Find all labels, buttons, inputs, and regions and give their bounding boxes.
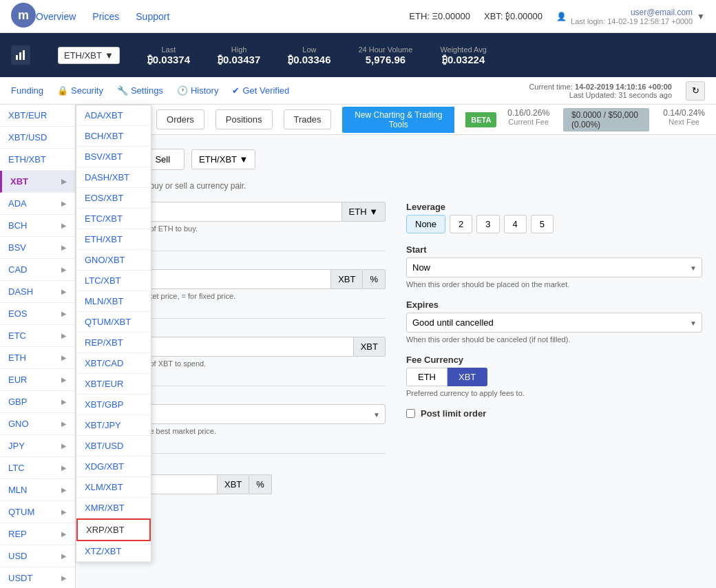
- submenu-xrp-xbt[interactable]: XRP/XBT: [76, 518, 151, 541]
- submenu-xbt-usd[interactable]: XBT/USD: [76, 436, 151, 456]
- fee-info: 0.16/0.26% Current Fee $0.0000 / $50,000…: [507, 108, 705, 132]
- trading-panel: New Order Orders Positions Trades New Ch…: [76, 105, 716, 588]
- submenu-eth-xbt[interactable]: ETH/XBT: [76, 229, 151, 250]
- sidebar-item-ltc[interactable]: LTC ▶: [0, 457, 75, 479]
- logo[interactable]: m: [11, 3, 36, 30]
- submenu-xbt-jpy[interactable]: XBT/JPY: [76, 415, 151, 436]
- chevron-right-icon: ▶: [61, 530, 67, 538]
- pair-selector[interactable]: ETH/XBT ▼: [58, 47, 120, 64]
- chevron-right-icon: ▶: [61, 552, 67, 560]
- submenu-xbt-gbp[interactable]: XBT/GBP: [76, 395, 151, 415]
- sidebar-item-xbt[interactable]: XBT ▶: [0, 171, 75, 193]
- tab-orders[interactable]: Orders: [156, 109, 204, 129]
- submenu-xdg-xbt[interactable]: XDG/XBT: [76, 456, 151, 477]
- submenu-etc-xbt[interactable]: ETC/XBT: [76, 209, 151, 229]
- sidebar-item-dash[interactable]: DASH ▶: [0, 281, 75, 303]
- total-xbt-label: XBT: [354, 337, 386, 357]
- form-main-row: ETH ▼ Enter the amount of ETH to buy. XB…: [90, 202, 702, 461]
- sidebar-item-eos[interactable]: EOS ▶: [0, 303, 75, 325]
- sidebar-item-bch[interactable]: BCH ▶: [0, 215, 75, 237]
- sidebar-item-qtum[interactable]: QTUM ▶: [0, 501, 75, 523]
- sidebar-item-gno[interactable]: GNO ▶: [0, 413, 75, 435]
- stat-low-value: ₿0.03346: [288, 54, 330, 65]
- sidebar-item-eur[interactable]: EUR ▶: [0, 369, 75, 391]
- stat-wavg-label: Weighted Avg: [440, 45, 486, 54]
- sidebar-item-etc[interactable]: ETC ▶: [0, 325, 75, 347]
- nav-prices[interactable]: Prices: [92, 11, 119, 22]
- leverage-none[interactable]: None: [406, 215, 445, 233]
- new-charting-button[interactable]: New Charting & Trading Tools: [342, 107, 454, 133]
- stat-last-value: ₿0.03374: [147, 54, 190, 65]
- sidebar-item-bsv[interactable]: BSV ▶: [0, 237, 75, 259]
- leverage-group: Leverage None 2 3 4 5: [406, 202, 702, 233]
- submenu-bsv-xbt[interactable]: BSV/XBT: [76, 147, 151, 167]
- leverage-label: Leverage: [406, 202, 702, 212]
- nav-history[interactable]: 🕐 History: [177, 85, 218, 96]
- sidebar-item-rep[interactable]: REP ▶: [0, 523, 75, 545]
- post-limit-checkbox[interactable]: [406, 409, 415, 418]
- leverage-5[interactable]: 5: [531, 215, 554, 233]
- sidebar-item-gbp[interactable]: GBP ▶: [0, 391, 75, 413]
- sidebar-item-xbt-usd[interactable]: XBT/USD: [0, 127, 75, 149]
- submenu-ltc-xbt[interactable]: LTC/XBT: [76, 271, 151, 291]
- stat-high-value: ₿0.03437: [218, 54, 260, 65]
- refresh-button[interactable]: ↻: [686, 81, 705, 101]
- user-menu[interactable]: 👤 user@email.com Last login: 14-02-19 12…: [556, 8, 705, 25]
- expires-label: Expires: [406, 300, 702, 310]
- sidebar-item-ada[interactable]: ADA ▶: [0, 193, 75, 215]
- sidebar-item-mln[interactable]: MLN ▶: [0, 479, 75, 501]
- submenu-xlm-xbt[interactable]: XLM/XBT: [76, 477, 151, 498]
- fee-xbt-button[interactable]: XBT: [448, 368, 487, 386]
- submenu-gno-xbt[interactable]: GNO/XBT: [76, 250, 151, 271]
- submenu-xbt-cad[interactable]: XBT/CAD: [76, 353, 151, 374]
- amount-currency-selector[interactable]: ETH ▼: [342, 202, 386, 222]
- start-select[interactable]: Now Scheduled: [406, 258, 702, 277]
- wrench-icon: 🔧: [117, 85, 128, 96]
- submenu-xmr-xbt[interactable]: XMR/XBT: [76, 498, 151, 518]
- submit-xbt-label: XBT: [218, 474, 249, 494]
- order-pair-selector[interactable]: ETH/XBT ▼: [191, 149, 255, 169]
- sidebar-item-cad[interactable]: CAD ▶: [0, 259, 75, 281]
- form-description: Use this form to buy or sell a currency …: [90, 181, 702, 191]
- submit-pct-label: %: [249, 474, 272, 494]
- nav-get-verified[interactable]: ✔ Get Verified: [232, 85, 289, 96]
- current-time: Current time: 14-02-2019 14:10:16 +00:00: [529, 83, 672, 91]
- sidebar-item-xbt-eur[interactable]: XBT/EUR: [0, 105, 75, 127]
- sidebar-item-eth-xbt[interactable]: ETH/XBT: [0, 149, 75, 171]
- submenu-xbt-eur[interactable]: XBT/EUR: [76, 374, 151, 395]
- nav-settings[interactable]: 🔧 Settings: [117, 85, 163, 96]
- sidebar-item-usdt[interactable]: USDT ▶: [0, 567, 75, 588]
- expires-select[interactable]: Good until cancelled Good until date Imm…: [406, 313, 702, 333]
- current-fee-label: Current Fee: [508, 118, 549, 126]
- nav-security[interactable]: 🔒 Security: [57, 85, 103, 96]
- sidebar-item-eth[interactable]: ETH ▶: [0, 347, 75, 369]
- nav-support[interactable]: Support: [136, 11, 169, 22]
- nav-overview[interactable]: Overview: [36, 11, 76, 22]
- chevron-right-icon: ▶: [61, 178, 67, 185]
- leverage-3[interactable]: 3: [476, 215, 499, 233]
- submenu-rep-xbt[interactable]: REP/XBT: [76, 333, 151, 353]
- chart-icon-btn[interactable]: [11, 45, 30, 65]
- submenu-dash-xbt[interactable]: DASH/XBT: [76, 167, 151, 188]
- username: user@email.com: [631, 8, 693, 17]
- nav-funding[interactable]: Funding: [11, 85, 43, 96]
- fee-eth-button[interactable]: ETH: [406, 368, 448, 386]
- tab-trades[interactable]: Trades: [284, 109, 332, 129]
- submenu-xtz-xbt[interactable]: XTZ/XBT: [76, 541, 151, 562]
- tab-positions[interactable]: Positions: [215, 109, 273, 129]
- leverage-4[interactable]: 4: [504, 215, 527, 233]
- leverage-2[interactable]: 2: [450, 215, 472, 233]
- clock-icon: 🕐: [177, 85, 188, 96]
- beta-badge: BETA: [465, 112, 496, 127]
- form-right: Leverage None 2 3 4 5 Start: [406, 202, 702, 461]
- trading-tabs: New Order Orders Positions Trades New Ch…: [76, 105, 716, 135]
- submenu-bch-xbt[interactable]: BCH/XBT: [76, 126, 151, 147]
- next-fee-pct: 0.14/0.24%: [663, 108, 705, 118]
- submenu-mln-xbt[interactable]: MLN/XBT: [76, 291, 151, 312]
- sidebar-item-usd[interactable]: USD ▶: [0, 545, 75, 567]
- top-nav: m Overview Prices Support ETH: Ξ0.00000 …: [0, 0, 716, 33]
- sidebar-item-jpy[interactable]: JPY ▶: [0, 435, 75, 457]
- submenu-ada-xbt[interactable]: ADA/XBT: [76, 105, 151, 126]
- submenu-qtum-xbt[interactable]: QTUM/XBT: [76, 312, 151, 333]
- submenu-eos-xbt[interactable]: EOS/XBT: [76, 188, 151, 209]
